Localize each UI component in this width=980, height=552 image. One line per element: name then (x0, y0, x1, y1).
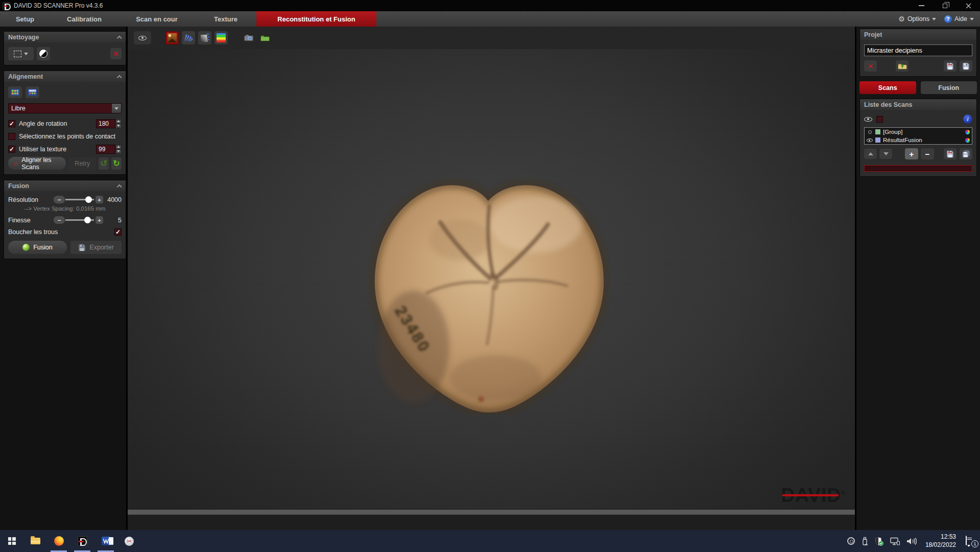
texture-sphere-icon[interactable] (965, 130, 970, 134)
minimize-button[interactable] (910, 0, 933, 11)
texture-value-field[interactable]: 99 (96, 145, 115, 154)
save-all-button[interactable] (960, 148, 972, 159)
alignment-mode-select[interactable]: Libre (8, 103, 122, 113)
project-name-input[interactable] (864, 44, 972, 56)
eye-icon (138, 36, 147, 40)
usb-device-icon[interactable] (862, 537, 868, 546)
collapse-icon[interactable] (117, 185, 122, 190)
taskbar-clock[interactable]: 12:53 18/02/2022 (925, 533, 956, 549)
title-bar: DAVID 3D SCANNER Pro v4.3.6 (0, 0, 980, 11)
network-icon[interactable] (890, 537, 900, 545)
remove-scan-button[interactable]: − (921, 148, 934, 159)
colormap-view-button[interactable] (214, 31, 228, 44)
resolution-slider-track[interactable] (65, 199, 94, 200)
tray-utility-icon[interactable] (847, 537, 855, 545)
spin-down-button[interactable] (115, 124, 122, 128)
close-button[interactable] (957, 0, 980, 11)
file-explorer-button[interactable] (23, 530, 47, 552)
scan-listbox: [Group] RésultatFusion (864, 127, 972, 145)
snipping-tool-button[interactable]: ✂ (117, 530, 141, 552)
selection-color-swatch[interactable] (876, 116, 883, 123)
spin-up-button[interactable] (115, 145, 122, 149)
tab-scan-en-cour[interactable]: Scan en cour (118, 11, 195, 27)
david-scanner-button[interactable] (70, 530, 94, 552)
invert-selection-button[interactable] (37, 47, 50, 60)
retry-button[interactable]: Retry (68, 157, 96, 170)
list-view-button[interactable] (26, 86, 39, 98)
tab-scans[interactable]: Scans (859, 81, 916, 94)
folder-icon (260, 33, 270, 42)
align-scans-button[interactable]: ∩ Aligner les Scans (8, 157, 66, 170)
finesse-slider-track[interactable] (65, 219, 94, 221)
collapse-icon[interactable] (117, 36, 122, 41)
horizontal-scrollbar[interactable] (128, 509, 855, 515)
grid-view-button[interactable] (8, 86, 22, 98)
eye-icon[interactable] (867, 139, 873, 142)
list-item[interactable]: RésultatFusion (865, 136, 972, 144)
tab-texture[interactable]: Texture (195, 11, 256, 27)
import-project-button[interactable] (896, 60, 909, 72)
collapse-icon[interactable] (117, 75, 122, 80)
screenshot-button[interactable] (242, 31, 255, 44)
selection-tool-button[interactable] (8, 47, 34, 60)
tab-setup[interactable]: Setup (0, 11, 50, 27)
word-button[interactable] (94, 530, 117, 552)
maximize-button[interactable] (933, 0, 957, 11)
export-button[interactable]: Exporter (70, 241, 122, 254)
delete-project-button[interactable]: ✕ (864, 60, 877, 72)
save-as-button[interactable] (944, 60, 957, 72)
window-controls (910, 0, 980, 11)
fusion-button[interactable]: Fusion (8, 241, 67, 254)
spin-up-button[interactable] (115, 119, 122, 124)
move-down-button[interactable] (879, 149, 892, 159)
undo-button[interactable]: ↺ (99, 157, 109, 170)
texture-sphere-icon[interactable] (965, 138, 970, 143)
slider-minus-button[interactable]: − (54, 216, 65, 224)
security-shield-icon[interactable] (875, 537, 883, 546)
eye-off-icon[interactable] (868, 130, 872, 134)
chevron-down-icon (932, 18, 936, 20)
action-center-button[interactable]: 1 (966, 536, 977, 546)
tab-reconstitution-fusion[interactable]: Reconstitution et Fusion (256, 11, 376, 27)
contact-points-checkbox[interactable] (8, 133, 15, 140)
angle-rotation-checkbox[interactable]: ✓ (8, 120, 15, 127)
speaker-icon[interactable] (906, 537, 917, 545)
slider-plus-button[interactable]: + (95, 216, 103, 224)
tab-fusion[interactable]: Fusion (921, 81, 977, 94)
slider-plus-button[interactable]: + (95, 196, 103, 203)
info-button[interactable]: i (963, 114, 972, 124)
firefox-button[interactable] (47, 530, 70, 552)
add-scan-button[interactable]: + (905, 148, 918, 159)
visibility-button[interactable] (134, 31, 151, 44)
save-project-button[interactable] (960, 60, 972, 72)
aide-menu[interactable]: ? Aide (944, 15, 974, 23)
delete-selection-button[interactable]: ✕ (110, 48, 122, 59)
finesse-slider-thumb[interactable] (84, 217, 91, 223)
angle-value-field[interactable]: 180 (96, 119, 115, 128)
solid-view-button[interactable] (198, 31, 211, 44)
tab-calibration[interactable]: Calibration (50, 11, 118, 27)
resolution-slider-thumb[interactable] (85, 196, 92, 203)
fusion-body: Résolution − + 4000 --> Vertex Spacing: … (4, 191, 126, 259)
texture-view-button[interactable] (165, 31, 179, 44)
3d-canvas[interactable]: 23480 DAVID® (128, 49, 855, 509)
shaded-view-button[interactable] (182, 31, 195, 44)
move-up-button[interactable] (864, 149, 877, 159)
spin-down-button[interactable] (115, 149, 122, 154)
windows-taskbar: ✂ 12:53 18/02/2022 1 (0, 530, 980, 552)
use-texture-checkbox[interactable]: ✓ (8, 146, 15, 153)
start-button[interactable] (0, 530, 23, 552)
scan-progress-bar (864, 165, 972, 172)
options-menu[interactable]: ⚙ Options (898, 15, 936, 23)
selection-rect-icon (14, 51, 21, 57)
list-item[interactable]: [Group] (865, 128, 972, 136)
slider-minus-button[interactable]: − (54, 196, 65, 203)
visibility-row: i (864, 114, 972, 124)
select-dropdown-button[interactable] (111, 104, 121, 113)
grey-shading-icon (200, 33, 209, 42)
redo-button[interactable]: ↻ (111, 157, 122, 170)
holes-checkbox[interactable]: ✓ (114, 228, 122, 236)
save-list-as-button[interactable] (944, 148, 957, 159)
eye-icon[interactable] (864, 117, 872, 122)
open-scan-button[interactable] (258, 31, 272, 44)
